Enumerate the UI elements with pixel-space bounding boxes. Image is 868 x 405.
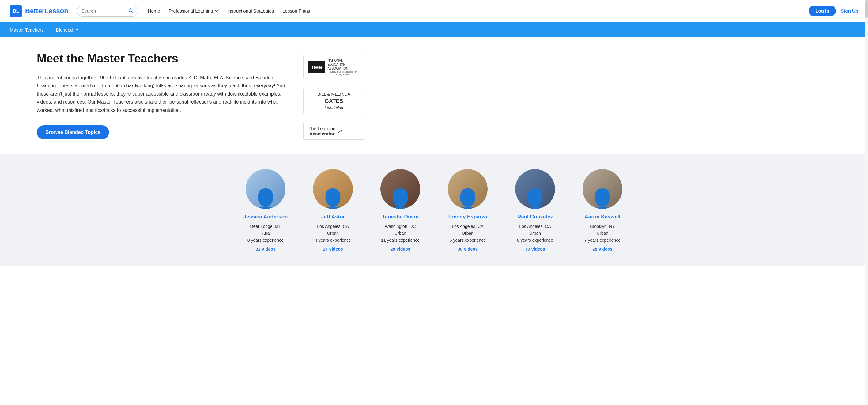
hero-section: Meet the Master Teachers This project br… [0,37,868,154]
teacher-location: Washington, DCUrban 11 years experience [381,223,420,244]
teacher-experience: 8 years experience [247,238,284,243]
search-icon [128,8,133,14]
tla-text: The Learning Accelerator [308,126,335,136]
gates-partner-logo: BILL & MELINDA GATES foundation [303,88,365,114]
teacher-card[interactable]: 👤 Tanesha Dixon Washington, DCUrban 11 y… [373,169,428,251]
search-bar[interactable] [77,5,138,17]
tla-partner-logo: The Learning Accelerator ↗ [303,123,365,140]
subnav-master-teachers[interactable]: Master Teachers [10,27,44,32]
scrollbar-thumb[interactable] [865,0,868,19]
teacher-experience: 6 years experience [450,238,486,243]
brand-name: BetterLesson [25,7,68,15]
tla-arrow-icon: ↗ [337,127,342,135]
nea-partner-logo: nea NATIONALEDUCATIONASSOCIATION Great P… [303,55,365,79]
teacher-avatar: 👤 [448,169,488,209]
browse-blended-button[interactable]: Browse Blended Topics [37,125,109,139]
nav-lesson-plans[interactable]: Lesson Plans [282,8,310,13]
page-title: Meet the Master Teachers [37,52,288,65]
nav-home[interactable]: Home [148,8,160,13]
signup-link[interactable]: Sign Up [841,8,858,13]
teacher-name: Aaron Kaswell [584,214,620,220]
teacher-videos[interactable]: 30 Videos [525,247,545,251]
teacher-card[interactable]: 👤 Raul Gonzalez Los Angeles, CAUrban 6 y… [507,169,563,251]
teacher-videos[interactable]: 31 Videos [255,247,275,251]
logo-icon: BL [10,5,22,17]
main-nav: Home Professional Learning Instructional… [148,8,809,13]
teacher-avatar: 👤 [380,169,420,209]
teacher-videos[interactable]: 30 Videos [458,247,477,251]
teacher-name: Jessica Anderson [244,214,288,220]
teacher-card[interactable]: 👤 Freddy Esparza Los Angeles, CAUrban 6 … [440,169,495,251]
nav-instructional-strategies[interactable]: Instructional Strategies [227,8,274,13]
subnav-blended[interactable]: Blended [56,27,79,32]
hero-description: This project brings together 190+ brilli… [37,74,288,114]
teacher-experience: 7 years experience [584,238,621,243]
logo-area[interactable]: BL BetterLesson [10,5,68,17]
teacher-name: Freddy Esparza [448,214,487,220]
teacher-experience: 11 years experience [381,238,420,243]
teacher-avatar: 👤 [515,169,555,209]
teacher-name: Jeff Astor [321,214,345,220]
login-button[interactable]: Log In [809,5,836,16]
teacher-avatar: 👤 [246,169,285,209]
teacher-card[interactable]: 👤 Jeff Astor Los Angeles, CAUrban 4 year… [305,169,361,251]
teacher-name: Tanesha Dixon [382,214,419,220]
teacher-location: Deer Lodge, MTRural 8 years experience [247,223,284,244]
teacher-name: Raul Gonzalez [517,214,553,220]
auth-area: Log In Sign Up [809,5,858,16]
nea-icon: nea [308,61,325,73]
svg-line-1 [132,11,133,12]
teachers-section: 👤 Jessica Anderson Deer Lodge, MTRural 8… [0,154,868,266]
teacher-videos[interactable]: 28 Videos [390,247,410,251]
scrollbar-track[interactable] [865,0,868,266]
teacher-location: Los Angeles, CAUrban 6 years experience [517,223,553,244]
teacher-location: Los Angeles, CAUrban 6 years experience [450,223,486,244]
main-header: BL BetterLesson Home Professional Learni… [0,0,868,22]
partners-sidebar: nea NATIONALEDUCATIONASSOCIATION Great P… [300,52,368,140]
teacher-card[interactable]: 👤 Aaron Kaswell Brooklyn, NYUrban 7 year… [575,169,630,251]
teacher-card[interactable]: 👤 Jessica Anderson Deer Lodge, MTRural 8… [238,169,293,251]
teacher-location: Los Angeles, CAUrban 4 years experience [315,223,351,244]
teacher-experience: 4 years experience [315,238,351,243]
search-input[interactable] [82,8,126,13]
teacher-avatar: 👤 [583,169,622,209]
teachers-grid: 👤 Jessica Anderson Deer Lodge, MTRural 8… [12,169,856,251]
hero-content: Meet the Master Teachers This project br… [37,52,288,140]
teacher-location: Brooklyn, NYUrban 7 years experience [584,223,621,244]
sub-nav: Master Teachers Blended [0,22,868,37]
teacher-videos[interactable]: 28 Videos [592,247,612,251]
teacher-avatar: 👤 [313,169,353,209]
nav-professional-learning[interactable]: Professional Learning [169,8,219,13]
teacher-videos[interactable]: 27 Videos [323,247,343,251]
teacher-experience: 6 years experience [517,238,553,243]
